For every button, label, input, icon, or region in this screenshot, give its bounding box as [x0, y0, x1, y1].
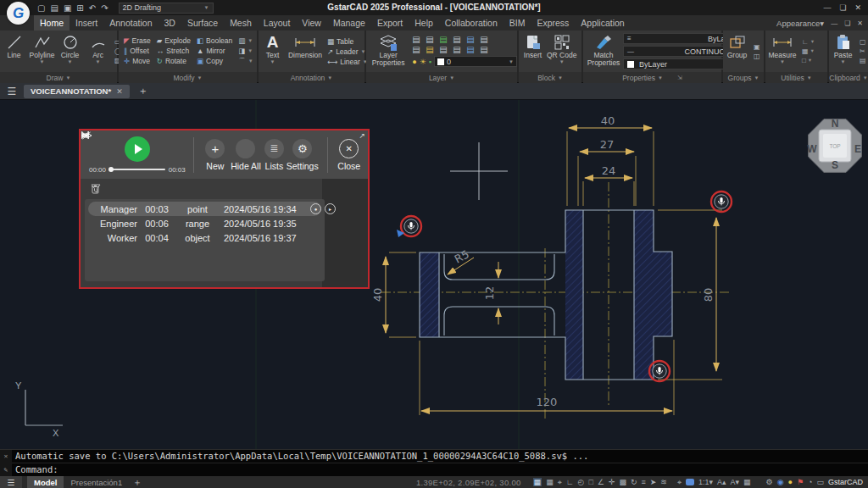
group-button[interactable]: Group [723, 30, 751, 72]
panel-footer-properties[interactable]: Properties▼⇲ [583, 72, 721, 83]
tab-3d[interactable]: 3D [159, 15, 181, 30]
drawing-canvas[interactable]: 40 27 24 40 12 80 120 R5 [0, 100, 868, 449]
layer-tool-icon[interactable]: ▤ [466, 46, 478, 54]
voice-marker-2[interactable] [711, 191, 732, 212]
leader-button[interactable]: ↗Leader▼ [327, 47, 368, 56]
bulb-icon[interactable]: ● [788, 478, 793, 486]
annotation-row-manager[interactable]: Manager 00:03 point 2024/05/16 19:34 ● ▸ [88, 202, 321, 216]
ungroup-icon[interactable]: ◫ [754, 53, 760, 60]
model-tab[interactable]: Model [27, 476, 64, 488]
layer-tool-icon[interactable]: ▤ [439, 46, 451, 54]
stretch-button[interactable]: ↔Stretch [157, 47, 191, 56]
array-button[interactable]: ▥▼ [238, 36, 253, 46]
layer-thaw-icon[interactable]: ☀ [420, 58, 426, 66]
dyn-ucs-icon[interactable]: ▩ [619, 478, 626, 486]
dyn-input-icon[interactable]: ↻ [631, 478, 637, 486]
zoom-icon[interactable]: ⌖ [677, 478, 682, 487]
tab-help[interactable]: Help [409, 15, 439, 30]
calculator-icon[interactable]: ▦ ▼ [802, 47, 815, 55]
erase-button[interactable]: ◤Erase [124, 36, 151, 46]
polar-toggle-icon[interactable]: ◴ [578, 478, 585, 486]
layer-tool-icon[interactable]: ▤ [439, 36, 451, 44]
mirror-button[interactable]: ▲Mirror [197, 47, 232, 56]
grid-toggle-icon[interactable]: ▦ [533, 478, 542, 486]
view-cube[interactable]: N S W E TOP [807, 118, 861, 172]
voice-marker-1[interactable] [401, 216, 421, 236]
viewcube-top[interactable]: TOP [829, 143, 840, 149]
layer-on-icon[interactable]: ● [412, 58, 416, 66]
quick-select-icon[interactable]: ∟ ▼ [802, 38, 815, 46]
fillet-button[interactable]: ◨▼ [238, 47, 253, 56]
viewcube-north[interactable]: N [832, 118, 839, 130]
panel-footer-draw[interactable]: Draw▼ [0, 72, 117, 83]
close-dialog-button[interactable]: ✕ Close [336, 139, 363, 171]
tab-view[interactable]: View [296, 15, 327, 30]
polyline-button[interactable]: Polyline▼ [28, 30, 56, 72]
panel-footer-utilities[interactable]: Utilities▼ [765, 72, 827, 83]
status-menu-icon[interactable]: ☰ [0, 476, 22, 488]
viewcube-south[interactable]: S [832, 159, 838, 171]
print-icon[interactable]: ⊞ [76, 3, 83, 13]
locate-icon[interactable]: ● [310, 203, 321, 214]
measure-button[interactable]: Measure▼ [765, 30, 799, 72]
layer-tool-icon[interactable]: ▤ [426, 46, 437, 54]
annotation-visibility-icon[interactable]: A▴ [717, 478, 726, 486]
tab-surface[interactable]: Surface [181, 15, 224, 30]
isodraft-icon[interactable]: ≋ [660, 478, 667, 486]
dimension-button[interactable]: Dimension [287, 30, 324, 72]
history-icon[interactable]: ◔ [808, 478, 812, 486]
arc-button[interactable]: Arc▼ [84, 30, 112, 72]
panel-footer-layer[interactable]: Layer▼ [366, 72, 517, 83]
command-prompt[interactable]: Command: [12, 463, 868, 476]
status-info-icon[interactable]: ◉ [777, 478, 784, 486]
tab-export[interactable]: Export [371, 15, 409, 30]
cut-icon[interactable]: ✂ [860, 47, 866, 55]
table-button[interactable]: ▦Table [327, 37, 368, 46]
close-icon[interactable]: ✕ [854, 3, 861, 12]
doc-restore-icon[interactable]: ❏ [844, 19, 850, 27]
match-properties-button[interactable]: Match Properties [586, 30, 621, 72]
new-annotation-button[interactable]: + New [202, 139, 229, 171]
voice-marker-3[interactable] [649, 361, 670, 381]
layer-unlock-icon[interactable]: ▪ [429, 58, 431, 66]
tab-list-menu-icon[interactable]: ☰ [0, 86, 24, 97]
osnap-toggle-icon[interactable]: □ [588, 478, 593, 486]
expand-icon[interactable]: ↗ [359, 131, 365, 140]
layer-tool-icon[interactable]: ▤ [412, 46, 424, 54]
layer-tool-icon[interactable]: ▤ [453, 46, 465, 54]
minimize-icon[interactable]: — [823, 3, 831, 12]
annotation-row-worker[interactable]: Worker 00:04 object 2024/05/16 19:37 [88, 230, 321, 245]
lists-button[interactable]: ≣ Lists [263, 139, 286, 171]
qr-code-button[interactable]: QR Code▼ [547, 30, 576, 72]
document-tab[interactable]: VOICEANNOTATION* ✕ [24, 85, 130, 98]
settings-gear-icon[interactable]: ⚙ [766, 478, 773, 486]
offset-button[interactable]: ∥Offset [124, 47, 151, 56]
auto-scale-icon[interactable]: A▾ [731, 478, 740, 486]
redo-icon[interactable]: ↷ [101, 3, 108, 13]
doc-minimize-icon[interactable]: — [831, 19, 837, 27]
doc-close-icon[interactable]: ✕ [857, 19, 863, 27]
select-cycle-icon[interactable]: ➤ [650, 478, 657, 486]
lineweight-toggle-icon[interactable]: ≡ [642, 478, 646, 486]
tab-mesh[interactable]: Mesh [224, 15, 258, 30]
panel-footer-block[interactable]: Block▼ [519, 72, 581, 83]
layer-dropdown[interactable]: 0 ▼ [434, 56, 517, 67]
layer-tool-icon[interactable]: ▤ [466, 36, 478, 44]
play-record-icon[interactable]: ▸ [325, 203, 336, 214]
layout-tab[interactable]: Presentación1 [64, 478, 129, 487]
viewcube-west[interactable]: W [807, 143, 817, 155]
workspace-dropdown[interactable]: 2D Drafting ▼ [119, 3, 214, 14]
move-button[interactable]: ✛Move [124, 57, 151, 66]
dialog-launcher-icon[interactable]: ⇲ [677, 75, 682, 81]
progress-slider[interactable] [109, 169, 165, 170]
layer-tool-icon[interactable]: ▤ [412, 36, 424, 44]
tab-manage[interactable]: Manage [327, 15, 371, 30]
open-file-icon[interactable]: ▤ [50, 3, 58, 13]
explode-button[interactable]: ▰Explode [157, 36, 191, 46]
viewcube-east[interactable]: E [854, 143, 861, 155]
flag-icon[interactable]: ⚑ [797, 478, 804, 486]
restore-icon[interactable]: ❏ [839, 3, 846, 12]
angle-snap-icon[interactable]: ∠ [598, 478, 604, 486]
appearance-dropdown[interactable]: Appearance▾ [776, 19, 824, 28]
copy-clip-icon[interactable]: ▢ [860, 38, 866, 46]
